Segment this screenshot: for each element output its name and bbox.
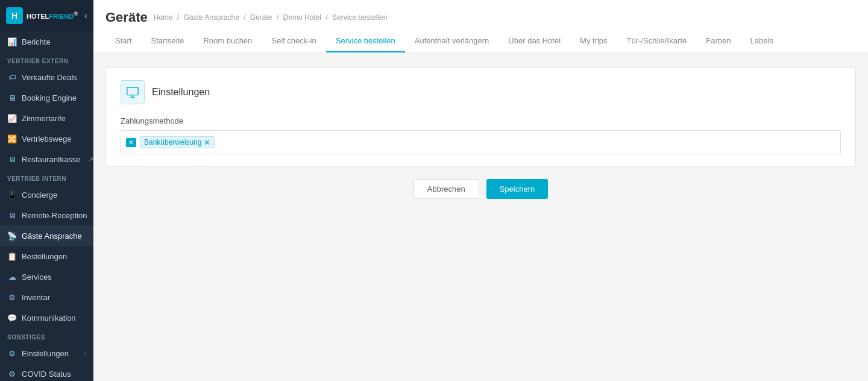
sidebar-item-label: COVID Status	[22, 370, 71, 379]
tab-aufenthalt[interactable]: Aufenthalt verlängern	[405, 30, 499, 52]
sidebar-item-label: Verkaufte Deals	[22, 73, 77, 82]
settings-card-icon	[121, 80, 145, 104]
tag-close-button[interactable]: ✕	[126, 138, 136, 147]
field-label-zahlungsmethode: Zahlungsmethode	[121, 116, 841, 125]
sidebar-header: H HOTELFRIEND® ‹	[0, 0, 93, 31]
inventar-icon: ⚙	[7, 292, 17, 302]
breadcrumb: Home / Gäste Ansprache / Geräte / Demo H…	[154, 13, 388, 22]
sidebar: H HOTELFRIEND® ‹ 📊 Berichte VERTRIEB EXT…	[0, 0, 93, 381]
sidebar-item-kommunikation[interactable]: 💬 Kommunikation	[0, 307, 93, 328]
berichte-icon: 📊	[7, 37, 17, 46]
breadcrumb-gaeste-ansprache[interactable]: Gäste Ansprache	[184, 13, 239, 22]
sidebar-item-label: Concierge	[22, 190, 57, 200]
logo: H HOTELFRIEND®	[6, 7, 78, 24]
remote-reception-icon: 🖥	[7, 210, 17, 220]
sidebar-item-einstellungen[interactable]: ⚙ Einstellungen ›	[0, 343, 93, 364]
sidebar-item-label: Berichte	[22, 37, 51, 46]
sidebar-item-label: Booking Engine	[22, 93, 77, 102]
verkaufte-deals-icon: 🏷	[7, 72, 17, 82]
sidebar-item-label: Bestellungen	[22, 252, 67, 261]
services-icon: ☁	[7, 272, 17, 282]
card-title: Einstellungen	[152, 87, 210, 98]
section-label-intern: VERTRIEB INTERN	[0, 169, 93, 184]
gaeste-ansprache-icon: 📡	[7, 231, 17, 241]
einstellungen-icon: ⚙	[7, 348, 17, 358]
sidebar-item-verkaufte-deals[interactable]: 🏷 Verkaufte Deals	[0, 67, 93, 87]
sidebar-item-label: Zimmertarife	[22, 114, 66, 123]
cancel-button[interactable]: Abbrechen	[414, 179, 479, 199]
sidebar-item-gaeste-ansprache[interactable]: 📡 Gäste Ansprache	[0, 225, 93, 246]
sidebar-item-label: Kommunikation	[22, 313, 76, 323]
chevron-right-icon: ›	[84, 350, 86, 357]
tag-label: Banküberweisung	[144, 138, 201, 146]
page-header: Geräte Home / Gäste Ansprache / Geräte /…	[93, 0, 868, 53]
card-title-row: Einstellungen	[121, 80, 841, 104]
tab-farben[interactable]: Farben	[696, 30, 740, 52]
tabs-bar: Start Startseite Room buchen Self check-…	[105, 30, 856, 52]
breadcrumb-demo-hotel[interactable]: Demo Hotel	[283, 13, 321, 22]
breadcrumb-home[interactable]: Home	[154, 13, 173, 22]
sidebar-item-services[interactable]: ☁ Services	[0, 266, 93, 287]
tab-start[interactable]: Start	[105, 30, 141, 52]
tag-remove-icon[interactable]: ✕	[204, 139, 210, 146]
sidebar-item-inventar[interactable]: ⚙ Inventar	[0, 287, 93, 307]
sidebar-item-label: Vertriebswege	[22, 134, 71, 143]
sidebar-item-label: Gäste Ansprache	[22, 231, 82, 241]
sidebar-item-label: Inventar	[22, 293, 50, 302]
sidebar-item-label: Remote-Reception	[22, 211, 87, 220]
tab-ueber-hotel[interactable]: Über das Hotel	[498, 30, 570, 52]
save-button[interactable]: Speichern	[486, 179, 549, 199]
sidebar-item-zimmertarife[interactable]: 📈 Zimmertarife	[0, 108, 93, 128]
sidebar-item-label: Einstellungen	[22, 349, 69, 358]
sidebar-item-label: Restaurantkasse	[22, 155, 81, 164]
tab-service-bestellen[interactable]: Service bestellen	[326, 30, 405, 52]
page-title: Geräte	[105, 10, 148, 25]
breadcrumb-current: Service bestellen	[332, 13, 387, 22]
zimmertarife-icon: 📈	[7, 113, 17, 123]
sidebar-item-remote-reception[interactable]: 🖥 Remote-Reception	[0, 205, 93, 225]
bestellungen-icon: 📋	[7, 251, 17, 261]
svg-rect-0	[127, 87, 138, 95]
external-link-icon: ↗	[88, 156, 93, 163]
zahlungsmethode-input[interactable]: ✕ Banküberweisung ✕	[121, 130, 841, 154]
concierge-icon: 📱	[7, 190, 17, 200]
sidebar-item-bestellungen[interactable]: 📋 Bestellungen	[0, 246, 93, 266]
covid-status-icon: ⚙	[7, 369, 17, 379]
logo-text: HOTELFRIEND®	[27, 11, 78, 20]
vertriebswege-icon: 🔀	[7, 134, 17, 143]
tag-bankueberweisung: Banküberweisung ✕	[140, 136, 215, 148]
sidebar-toggle[interactable]: ‹	[84, 10, 87, 21]
breadcrumb-geraete[interactable]: Geräte	[250, 13, 272, 22]
restaurantkasse-icon: 🖥	[7, 154, 17, 164]
tab-startseite[interactable]: Startseite	[141, 30, 193, 52]
sidebar-item-berichte[interactable]: 📊 Berichte	[0, 31, 93, 52]
tab-tuer-schlusskarte[interactable]: Tür-/Schließkarte	[617, 30, 697, 52]
section-label-sonstiges: SONSTIGES	[0, 328, 93, 343]
kommunikation-icon: 💬	[7, 313, 17, 323]
tab-my-trips[interactable]: My trips	[570, 30, 617, 52]
tab-self-checkin[interactable]: Self check-in	[262, 30, 326, 52]
logo-icon: H	[6, 7, 23, 24]
tab-labels[interactable]: Labels	[740, 30, 782, 52]
sidebar-item-covid-status[interactable]: ⚙ COVID Status	[0, 364, 93, 381]
content-area: Einstellungen Zahlungsmethode ✕ Banküber…	[93, 53, 868, 381]
main-content: Geräte Home / Gäste Ansprache / Geräte /…	[93, 0, 868, 381]
sidebar-item-label: Services	[22, 272, 52, 282]
sidebar-item-booking-engine[interactable]: 🖥 Booking Engine	[0, 87, 93, 108]
sidebar-item-restaurantkasse[interactable]: 🖥 Restaurantkasse ↗	[0, 149, 93, 169]
sidebar-item-concierge[interactable]: 📱 Concierge	[0, 184, 93, 205]
action-row: Abbrechen Speichern	[105, 179, 856, 199]
sidebar-item-vertriebswege[interactable]: 🔀 Vertriebswege	[0, 128, 93, 149]
settings-card: Einstellungen Zahlungsmethode ✕ Banküber…	[105, 68, 856, 167]
booking-engine-icon: 🖥	[7, 93, 17, 102]
page-title-row: Geräte Home / Gäste Ansprache / Geräte /…	[105, 10, 856, 25]
tab-room-buchen[interactable]: Room buchen	[193, 30, 262, 52]
section-label-extern: VERTRIEB EXTERN	[0, 52, 93, 67]
